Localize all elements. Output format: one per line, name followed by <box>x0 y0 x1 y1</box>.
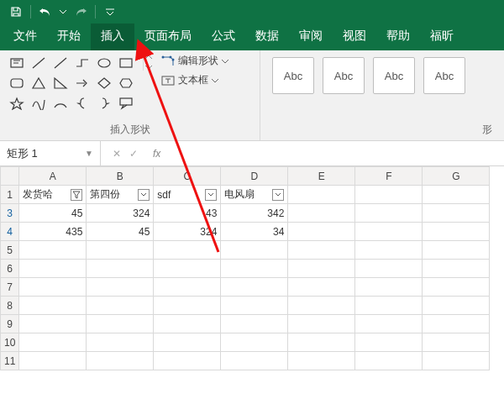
cell[interactable] <box>423 186 490 204</box>
name-box-dropdown-icon[interactable]: ▼ <box>85 149 93 158</box>
shape-arrow-icon[interactable] <box>72 74 92 92</box>
shape-elbow-icon[interactable] <box>72 54 92 72</box>
cell[interactable] <box>154 278 221 297</box>
shape-curve-icon[interactable] <box>29 94 49 113</box>
row-header-8[interactable]: 8 <box>1 297 19 315</box>
cell[interactable] <box>423 297 490 315</box>
cell[interactable] <box>87 315 154 333</box>
formula-cancel-icon[interactable]: ✕ <box>113 148 121 160</box>
col-header-D[interactable]: D <box>221 167 288 186</box>
cell[interactable] <box>355 278 423 297</box>
shape-line2-icon[interactable] <box>50 54 71 72</box>
cell[interactable] <box>87 333 154 352</box>
cell[interactable]: 45 <box>19 204 87 223</box>
row-header-1[interactable]: 1 <box>1 186 19 204</box>
cell[interactable] <box>355 241 423 260</box>
name-box[interactable]: 矩形 1 ▼ <box>0 141 101 165</box>
cell[interactable] <box>288 186 355 204</box>
cell[interactable] <box>355 333 423 352</box>
shape-rtriangle-icon[interactable] <box>50 74 71 92</box>
cell[interactable] <box>355 186 423 204</box>
cell[interactable]: 第四份 <box>87 186 154 204</box>
cell[interactable] <box>221 297 288 315</box>
cell[interactable]: 342 <box>221 204 288 223</box>
cell[interactable]: sdf <box>154 186 221 204</box>
worksheet[interactable]: A B C D E F G 1 发货哈 第四份 sdf 电风扇 3 45 324… <box>0 166 504 370</box>
style-preset-4[interactable]: Abc <box>423 57 465 94</box>
formula-confirm-icon[interactable]: ✓ <box>129 148 138 160</box>
cell[interactable] <box>87 260 154 278</box>
tab-insert[interactable]: 插入 <box>91 24 134 50</box>
filter-icon[interactable] <box>272 189 284 201</box>
cell[interactable]: 34 <box>221 223 288 241</box>
row-header-11[interactable]: 11 <box>1 352 19 370</box>
tab-review[interactable]: 审阅 <box>289 24 333 50</box>
col-header-E[interactable]: E <box>288 167 355 186</box>
cell[interactable] <box>288 297 355 315</box>
cell[interactable] <box>423 315 490 333</box>
cell[interactable] <box>288 315 355 333</box>
cell[interactable] <box>355 223 423 241</box>
shapes-gallery[interactable] <box>7 54 136 113</box>
cell[interactable] <box>221 352 288 370</box>
cell[interactable] <box>87 297 154 315</box>
cell[interactable] <box>154 241 221 260</box>
cell[interactable] <box>288 223 355 241</box>
shape-oval-icon[interactable] <box>94 54 114 72</box>
cell[interactable]: 发货哈 <box>19 186 87 204</box>
cell[interactable] <box>154 260 221 278</box>
tab-foxit[interactable]: 福昕 <box>420 24 464 50</box>
shape-arc-icon[interactable] <box>50 94 71 113</box>
cell[interactable] <box>19 333 87 352</box>
row-header-6[interactable]: 6 <box>1 260 19 278</box>
cell[interactable] <box>355 204 423 223</box>
shape-rbrace-icon[interactable] <box>94 94 114 113</box>
cell[interactable] <box>221 315 288 333</box>
shape-lbrace-icon[interactable] <box>72 94 92 113</box>
row-header-9[interactable]: 9 <box>1 315 19 333</box>
cell[interactable] <box>19 315 87 333</box>
filter-icon[interactable] <box>71 189 82 201</box>
cell[interactable] <box>19 241 87 260</box>
shapes-more-icon[interactable] <box>143 54 153 71</box>
row-header-4[interactable]: 4 <box>1 223 19 241</box>
cell[interactable] <box>423 278 490 297</box>
shape-hex-icon[interactable] <box>116 74 136 92</box>
cell[interactable] <box>19 352 87 370</box>
cell[interactable] <box>423 241 490 260</box>
row-header-5[interactable]: 5 <box>1 241 19 260</box>
cell[interactable] <box>154 352 221 370</box>
edit-shape-button[interactable]: 编辑形状 <box>161 54 228 68</box>
cell[interactable]: 324 <box>87 204 154 223</box>
cell[interactable]: 435 <box>19 223 87 241</box>
tab-home[interactable]: 开始 <box>47 24 91 50</box>
cell[interactable] <box>288 260 355 278</box>
cell[interactable] <box>355 315 423 333</box>
cell[interactable] <box>19 297 87 315</box>
cell[interactable] <box>221 260 288 278</box>
filter-icon[interactable] <box>205 189 217 201</box>
style-preset-3[interactable]: Abc <box>373 57 415 94</box>
row-header-3[interactable]: 3 <box>1 204 19 223</box>
cell[interactable] <box>423 223 490 241</box>
style-preset-1[interactable]: Abc <box>272 57 314 94</box>
cell[interactable] <box>423 204 490 223</box>
shape-textbox-icon[interactable] <box>7 54 27 72</box>
shape-callout-icon[interactable] <box>116 94 136 113</box>
cell[interactable] <box>355 297 423 315</box>
cell[interactable] <box>87 352 154 370</box>
cell[interactable] <box>355 260 423 278</box>
col-header-A[interactable]: A <box>19 167 87 186</box>
tab-formulas[interactable]: 公式 <box>202 24 245 50</box>
shape-star-icon[interactable] <box>7 94 27 113</box>
shape-line-icon[interactable] <box>29 54 49 72</box>
tab-layout[interactable]: 页面布局 <box>134 24 202 50</box>
cell[interactable] <box>423 333 490 352</box>
cell[interactable] <box>19 278 87 297</box>
cell[interactable] <box>423 352 490 370</box>
col-header-C[interactable]: C <box>154 167 221 186</box>
cell[interactable] <box>288 204 355 223</box>
cell[interactable] <box>288 352 355 370</box>
col-header-G[interactable]: G <box>423 167 490 186</box>
tab-file[interactable]: 文件 <box>3 24 47 50</box>
